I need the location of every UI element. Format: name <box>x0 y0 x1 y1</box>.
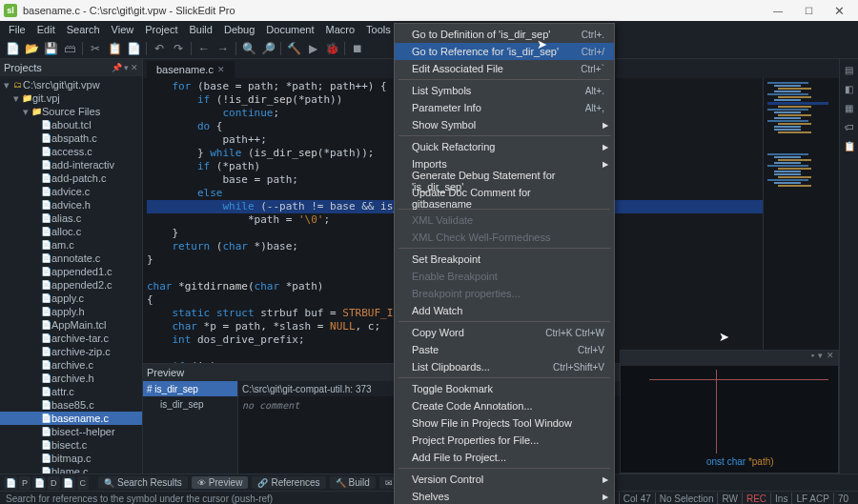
ctx-add-file-to-project-[interactable]: Add File to Project... <box>395 449 614 466</box>
tab-close-icon[interactable]: ✕ <box>217 65 225 74</box>
open-icon[interactable]: 📂 <box>23 40 40 57</box>
dock-refs-icon[interactable]: ▦ <box>843 101 856 114</box>
replace-icon[interactable]: 🔎 <box>259 40 276 57</box>
tree-item[interactable]: 📄 add-patch.c <box>0 171 142 185</box>
redo-icon[interactable]: ↷ <box>170 40 187 57</box>
preview-subitem[interactable]: is_dir_sep <box>143 396 237 412</box>
tree-item[interactable]: 📄 AppMain.tcl <box>0 318 142 332</box>
preview-item[interactable]: # is_dir_sep <box>143 381 237 396</box>
tree-item[interactable]: 📄 abspath.c <box>0 131 142 145</box>
search-icon[interactable]: 🔍 <box>240 40 257 57</box>
tree-item[interactable]: ▾📁 git.vpj <box>0 91 142 105</box>
tree-item[interactable]: 📄 about.tcl <box>0 118 142 131</box>
ctx-list-symbols[interactable]: List SymbolsAlt+. <box>395 82 614 99</box>
tree-item[interactable]: 📄 advice.c <box>0 185 142 198</box>
menu-tools[interactable]: Tools <box>361 23 396 36</box>
ctx-parameter-info[interactable]: Parameter InfoAlt+, <box>395 99 614 116</box>
menu-project[interactable]: Project <box>140 23 182 36</box>
bottom-tab-references[interactable]: 🔗References <box>252 476 325 489</box>
tree-item[interactable]: ▾🗂 C:\src\git\git.vpw <box>0 78 142 91</box>
ctx-edit-associated-file[interactable]: Edit Associated FileCtrl+` <box>395 60 614 77</box>
panel-close-icon[interactable]: ✕ <box>131 63 138 72</box>
save-all-icon[interactable]: 🗃 <box>61 40 78 57</box>
mini-tab-label-p[interactable]: P <box>19 476 31 490</box>
preview-symbol-list[interactable]: # is_dir_sep is_dir_sep <box>143 381 238 474</box>
mini-tab-label-d[interactable]: D <box>48 476 60 490</box>
stop-icon[interactable]: ⏹ <box>349 40 366 57</box>
tree-item[interactable]: 📄 apply.h <box>0 305 142 318</box>
menu-edit[interactable]: Edit <box>32 23 60 36</box>
ctx-version-control[interactable]: Version Control▶ <box>395 471 614 488</box>
ctx-toggle-bookmark[interactable]: Toggle Bookmark <box>395 380 614 397</box>
tree-item[interactable]: 📄 bitmap.c <box>0 452 142 465</box>
ctx-copy-word[interactable]: Copy WordCtrl+K Ctrl+W <box>395 324 614 341</box>
ctx-show-symbol[interactable]: Show Symbol▶ <box>395 116 614 133</box>
tree-item[interactable]: 📄 access.c <box>0 145 142 158</box>
build-icon[interactable]: 🔨 <box>285 40 302 57</box>
cut-icon[interactable]: ✂ <box>87 40 104 57</box>
back-icon[interactable]: ← <box>195 40 213 57</box>
dock-clip-icon[interactable]: 📋 <box>843 139 856 152</box>
rb-close-icon[interactable]: ✕ <box>827 351 834 366</box>
rb-pin-icon[interactable]: ▪ <box>811 351 814 366</box>
ctx-create-code-annotation-[interactable]: Create Code Annotation... <box>395 397 614 414</box>
ctx-shelves[interactable]: Shelves▶ <box>395 488 614 504</box>
tree-item[interactable]: 📄 bisect.c <box>0 438 142 452</box>
tree-item[interactable]: 📄 basename.c <box>0 412 142 425</box>
run-icon[interactable]: ▶ <box>304 40 321 57</box>
rb-menu-icon[interactable]: ▾ <box>818 351 823 366</box>
forward-icon[interactable]: → <box>214 40 232 57</box>
tree-item[interactable]: 📄 archive-zip.c <box>0 345 142 358</box>
context-menu[interactable]: Go to Definition of 'is_dir_sep'Ctrl+.Go… <box>394 23 615 504</box>
menu-search[interactable]: Search <box>62 23 105 36</box>
tree-item[interactable]: 📄 add-interactiv <box>0 158 142 171</box>
menu-file[interactable]: File <box>4 23 31 36</box>
ctx-quick-refactoring[interactable]: Quick Refactoring▶ <box>395 138 614 155</box>
bottom-tab-build[interactable]: 🔨Build <box>330 476 376 489</box>
tree-item[interactable]: 📄 appended2.c <box>0 278 142 292</box>
bottom-tab-search-results[interactable]: 🔍Search Results <box>98 476 188 489</box>
mini-tab-p[interactable]: 📄 <box>4 476 17 490</box>
ctx-go-to-definition-of-is-dir-sep[interactable]: Go to Definition of 'is_dir_sep'Ctrl+. <box>395 26 614 43</box>
menu-macro[interactable]: Macro <box>321 23 360 36</box>
tree-item[interactable]: 📄 am.c <box>0 238 142 252</box>
tree-item[interactable]: 📄 bisect--helper <box>0 425 142 438</box>
save-icon[interactable]: 💾 <box>42 40 59 57</box>
tab-basename[interactable]: basename.c ✕ <box>147 61 235 78</box>
ctx-paste[interactable]: PasteCtrl+V <box>395 341 614 358</box>
menu-build[interactable]: Build <box>184 23 216 36</box>
minimize-button[interactable]: — <box>763 0 793 21</box>
dock-outline-icon[interactable]: ▤ <box>843 63 856 76</box>
ctx-update-doc-comment-for-gitbase[interactable]: Update Doc Comment for gitbasename <box>395 190 614 207</box>
tree-item[interactable]: 📄 archive.c <box>0 358 142 372</box>
ctx-set-breakpoint[interactable]: Set Breakpoint <box>395 251 614 268</box>
tree-item[interactable]: 📄 advice.h <box>0 198 142 212</box>
mini-tab-c[interactable]: 📄 <box>62 476 75 490</box>
ctx-go-to-reference-for-is-dir-sep[interactable]: Go to Reference for 'is_dir_sep'Ctrl+/ <box>395 43 614 60</box>
menu-view[interactable]: View <box>107 23 139 36</box>
menu-debug[interactable]: Debug <box>219 23 259 36</box>
paste-icon[interactable]: 📄 <box>125 40 142 57</box>
tree-item[interactable]: 📄 annotate.c <box>0 252 142 265</box>
panel-menu-icon[interactable]: ▾ <box>124 63 129 72</box>
tree-item[interactable]: ▾📁 Source Files <box>0 105 142 118</box>
ctx-show-file-in-projects-tool-win[interactable]: Show File in Projects Tool Window <box>395 414 614 432</box>
mini-tab-d[interactable]: 📄 <box>32 476 46 490</box>
close-button[interactable]: ✕ <box>824 0 854 21</box>
mini-tab-label-c[interactable]: C <box>77 476 90 490</box>
tree-item[interactable]: 📄 appended1.c <box>0 265 142 278</box>
new-icon[interactable]: 📄 <box>4 40 21 57</box>
copy-icon[interactable]: 📋 <box>106 40 123 57</box>
tree-item[interactable]: 📄 alias.c <box>0 212 142 225</box>
tree-item[interactable]: 📄 attr.c <box>0 385 142 398</box>
panel-pin-icon[interactable]: 📌 <box>112 63 122 72</box>
undo-icon[interactable]: ↶ <box>151 40 168 57</box>
tree-item[interactable]: 📄 archive.h <box>0 372 142 385</box>
debug-icon[interactable]: 🐞 <box>323 40 340 57</box>
tree-item[interactable]: 📄 apply.c <box>0 292 142 305</box>
tree-item[interactable]: 📄 archive-tar.c <box>0 332 142 345</box>
menu-document[interactable]: Document <box>261 23 318 36</box>
ctx-list-clipboards-[interactable]: List Clipboards...Ctrl+Shift+V <box>395 358 614 375</box>
tree-item[interactable]: 📄 base85.c <box>0 398 142 412</box>
dock-bookmark-icon[interactable]: 🏷 <box>843 120 856 133</box>
